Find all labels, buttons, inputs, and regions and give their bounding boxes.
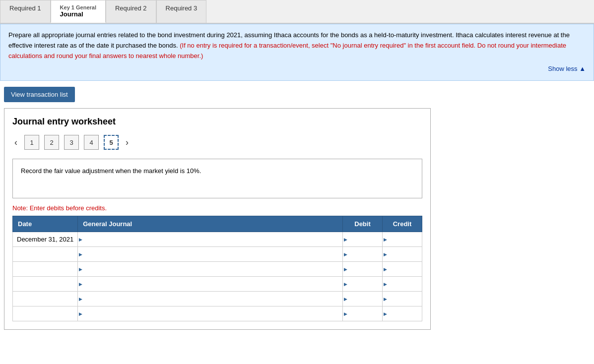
general-journal-input-3[interactable] (78, 262, 342, 276)
journal-table: Date General Journal Debit Credit Decemb… (12, 216, 422, 321)
tab-required1-label: Required 1 (9, 4, 41, 12)
table-row (13, 306, 422, 321)
table-row (13, 262, 422, 277)
col-header-debit: Debit (343, 216, 383, 232)
general-journal-cell-6[interactable] (78, 306, 343, 321)
credit-cell-1[interactable] (383, 232, 422, 247)
debit-cell-6[interactable] (343, 306, 383, 321)
general-journal-input-4[interactable] (78, 277, 342, 291)
date-cell-1: December 31, 2021 (13, 232, 78, 247)
tab-required1[interactable]: Required 1 (0, 0, 51, 23)
worksheet-title: Journal entry worksheet (12, 117, 422, 127)
table-row (13, 247, 422, 262)
general-journal-cell-5[interactable] (78, 292, 343, 306)
debit-cell-5[interactable] (343, 292, 383, 306)
debit-input-4[interactable] (343, 277, 382, 291)
step-5-button[interactable]: 5 (104, 135, 119, 150)
credit-input-6[interactable] (383, 306, 422, 321)
tab-required3[interactable]: Required 3 (156, 0, 207, 23)
date-cell-6 (13, 306, 78, 321)
show-less-link[interactable]: Show less ▲ (548, 65, 586, 72)
general-journal-cell-1[interactable] (78, 232, 343, 247)
credit-input-1[interactable] (383, 232, 422, 246)
view-transaction-button[interactable]: View transaction list (4, 87, 75, 102)
debit-input-3[interactable] (343, 262, 382, 276)
tab-journal-label: Journal (60, 10, 96, 18)
step-2-button[interactable]: 2 (44, 135, 59, 150)
step-1-button[interactable]: 1 (24, 135, 39, 150)
col-header-general-journal: General Journal (78, 216, 343, 232)
debit-input-6[interactable] (343, 306, 382, 321)
general-journal-cell-3[interactable] (78, 262, 343, 277)
general-journal-cell-2[interactable] (78, 247, 343, 262)
instructions-box: Prepare all appropriate journal entries … (0, 24, 594, 81)
record-instruction-text: Record the fair value adjustment when th… (21, 167, 201, 175)
date-cell-4 (13, 277, 78, 292)
tab-journal[interactable]: Key 1 General Journal (51, 0, 106, 23)
credit-cell-6[interactable] (383, 306, 422, 321)
tab-bar: Required 1 Key 1 General Journal Require… (0, 0, 594, 24)
credit-input-5[interactable] (383, 292, 422, 306)
general-journal-cell-4[interactable] (78, 277, 343, 292)
worksheet-container: Journal entry worksheet ‹ 1 2 3 4 5 › Re… (4, 108, 431, 330)
step-3-button[interactable]: 3 (64, 135, 79, 150)
credit-cell-5[interactable] (383, 292, 422, 306)
tab-required2-label: Required 2 (115, 4, 147, 12)
prev-step-button[interactable]: ‹ (12, 137, 19, 148)
record-instruction-box: Record the fair value adjustment when th… (12, 159, 422, 198)
debit-cell-2[interactable] (343, 247, 383, 262)
credit-cell-4[interactable] (383, 277, 422, 292)
next-step-button[interactable]: › (124, 137, 131, 148)
credit-cell-2[interactable] (383, 247, 422, 262)
general-journal-input-2[interactable] (78, 247, 342, 261)
credit-input-4[interactable] (383, 277, 422, 291)
col-header-date: Date (13, 216, 78, 232)
date-cell-3 (13, 262, 78, 277)
credit-input-2[interactable] (383, 247, 422, 261)
debit-input-1[interactable] (343, 232, 382, 246)
tab-required3-label: Required 3 (166, 4, 198, 12)
date-cell-2 (13, 247, 78, 262)
debit-cell-1[interactable] (343, 232, 383, 247)
step-4-button[interactable]: 4 (84, 135, 99, 150)
debit-input-2[interactable] (343, 247, 382, 261)
date-cell-5 (13, 292, 78, 306)
table-row (13, 292, 422, 306)
general-journal-input-6[interactable] (78, 306, 342, 321)
step-navigation: ‹ 1 2 3 4 5 › (12, 135, 422, 150)
credit-input-3[interactable] (383, 262, 422, 276)
credit-cell-3[interactable] (383, 262, 422, 277)
general-journal-input-1[interactable] (78, 232, 342, 246)
table-row (13, 277, 422, 292)
general-journal-input-5[interactable] (78, 292, 342, 306)
debit-cell-4[interactable] (343, 277, 383, 292)
tab-required2[interactable]: Required 2 (106, 0, 156, 23)
table-row: December 31, 2021 (13, 232, 422, 247)
tab-journal-sub: Key 1 General (60, 4, 96, 10)
note-text: Note: Enter debits before credits. (12, 204, 422, 212)
debit-input-5[interactable] (343, 292, 382, 306)
debit-cell-3[interactable] (343, 262, 383, 277)
col-header-credit: Credit (383, 216, 422, 232)
